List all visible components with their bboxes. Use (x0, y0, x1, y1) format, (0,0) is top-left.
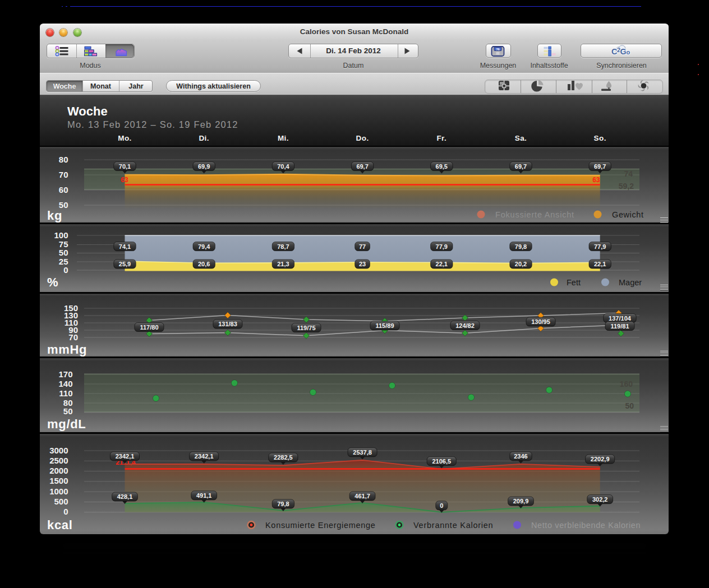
svg-text:0: 0 (63, 265, 68, 275)
svg-text:25,9: 25,9 (119, 261, 131, 267)
svg-text:50: 50 (625, 401, 634, 410)
svg-text:mg/dL: mg/dL (47, 417, 86, 431)
svg-text:21,3: 21,3 (277, 261, 289, 267)
svg-text:69,5: 69,5 (436, 163, 448, 170)
svg-text:20,6: 20,6 (198, 261, 210, 267)
svg-text:Mager: Mager (619, 278, 642, 287)
svg-text:2202,9: 2202,9 (591, 456, 610, 462)
svg-text:2000: 2000 (49, 466, 68, 475)
svg-text:130/95: 130/95 (531, 318, 550, 325)
svg-text:79,8: 79,8 (515, 243, 527, 250)
svg-text:Fokussierte Ansicht: Fokussierte Ansicht (495, 210, 574, 219)
svg-text:Mo.: Mo. (118, 134, 131, 142)
svg-text:Mi.: Mi. (278, 134, 289, 142)
svg-text:119/81: 119/81 (610, 323, 629, 330)
svg-text:79,4: 79,4 (198, 243, 210, 250)
svg-text:Fr.: Fr. (436, 134, 446, 142)
svg-text:23: 23 (359, 261, 366, 267)
svg-text:1500: 1500 (49, 476, 68, 485)
svg-text:461,7: 461,7 (354, 493, 370, 499)
svg-text:77,9: 77,9 (436, 243, 448, 250)
svg-text:115/89: 115/89 (375, 322, 394, 329)
svg-text:59,2: 59,2 (619, 182, 634, 191)
svg-text:0: 0 (63, 507, 68, 516)
svg-text:So.: So. (594, 134, 606, 142)
svg-text:69,9: 69,9 (198, 163, 210, 170)
svg-text:124/82: 124/82 (455, 322, 475, 329)
svg-text:Di.: Di. (199, 134, 209, 142)
svg-text:131/83: 131/83 (218, 321, 237, 327)
svg-text:Sa.: Sa. (515, 134, 527, 142)
svg-text:3000: 3000 (49, 446, 68, 455)
svg-text:69,7: 69,7 (515, 163, 527, 170)
svg-text:50: 50 (63, 406, 73, 416)
svg-text:74,1: 74,1 (119, 243, 131, 250)
svg-text:76: 76 (496, 48, 499, 51)
svg-text:Netto verbleibende Kalorien: Netto verbleibende Kalorien (531, 521, 641, 530)
svg-text:1000: 1000 (49, 487, 68, 496)
svg-text:63: 63 (121, 176, 128, 184)
svg-text:70,1: 70,1 (119, 163, 131, 170)
svg-text:77,9: 77,9 (594, 243, 606, 250)
svg-text:110: 110 (59, 388, 72, 398)
svg-text:Do.: Do. (356, 134, 369, 142)
svg-text:20,2: 20,2 (515, 261, 527, 267)
svg-text:491,1: 491,1 (196, 492, 212, 499)
svg-text:119/75: 119/75 (297, 325, 315, 331)
svg-text:kg: kg (47, 209, 62, 223)
svg-text:Fett: Fett (567, 278, 581, 287)
svg-text:63: 63 (592, 176, 600, 184)
svg-text:22,1: 22,1 (594, 261, 606, 267)
svg-text:Verbrannte Kalorien: Verbrannte Kalorien (413, 521, 493, 530)
svg-text:%: % (47, 275, 58, 289)
svg-text:60: 60 (59, 185, 68, 195)
svg-text:Woche: Woche (67, 104, 108, 118)
svg-text:80: 80 (63, 398, 73, 408)
svg-text:80: 80 (59, 155, 68, 164)
svg-text:209,9: 209,9 (513, 498, 529, 504)
svg-text:160: 160 (620, 379, 633, 388)
svg-text:C2Go: C2Go (611, 47, 630, 56)
svg-text:74: 74 (624, 169, 633, 178)
svg-text:69,7: 69,7 (594, 163, 606, 170)
svg-text:100: 100 (54, 230, 68, 240)
svg-text:500: 500 (54, 497, 68, 506)
svg-text:50: 50 (59, 248, 68, 257)
svg-text:50: 50 (59, 200, 68, 210)
svg-text:mmHg: mmHg (47, 342, 87, 356)
svg-text:428,1: 428,1 (117, 493, 133, 500)
svg-text:79,8: 79,8 (277, 501, 289, 507)
svg-text:2342,1: 2342,1 (116, 453, 135, 460)
svg-text:170: 170 (58, 369, 72, 379)
svg-text:69,7: 69,7 (356, 163, 368, 170)
svg-text:302,2: 302,2 (592, 496, 608, 503)
svg-text:78,7: 78,7 (277, 243, 289, 250)
svg-text:0: 0 (440, 502, 443, 509)
svg-text:Gewicht: Gewicht (612, 210, 644, 219)
svg-text:2537,8: 2537,8 (353, 449, 372, 456)
svg-text:77: 77 (359, 243, 366, 250)
svg-text:2282,5: 2282,5 (274, 454, 293, 461)
svg-text:2342,1: 2342,1 (195, 453, 214, 460)
svg-text:2500: 2500 (49, 456, 68, 465)
svg-text:137/104: 137/104 (609, 315, 632, 322)
svg-text:70: 70 (68, 332, 78, 342)
svg-text:2106,5: 2106,5 (432, 458, 451, 465)
svg-text:70,4: 70,4 (277, 163, 289, 170)
svg-text:2346: 2346 (514, 453, 527, 460)
svg-text:kcal: kcal (47, 518, 73, 532)
svg-text:22,1: 22,1 (436, 261, 448, 267)
svg-text:Mo. 13 Feb 2012 – So. 19 Feb 2: Mo. 13 Feb 2012 – So. 19 Feb 2012 (67, 119, 238, 129)
svg-text:Konsumierte Energiemenge: Konsumierte Energiemenge (265, 521, 376, 530)
svg-text:140: 140 (58, 379, 72, 388)
svg-text:70: 70 (59, 170, 68, 179)
svg-text:117/80: 117/80 (140, 324, 158, 331)
